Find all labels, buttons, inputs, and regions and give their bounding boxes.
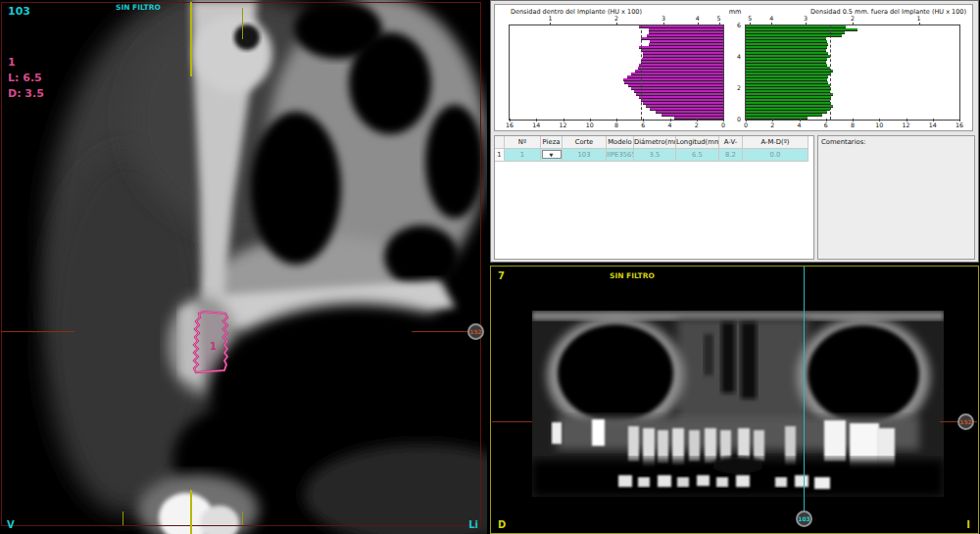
chart-inside-plot [509, 24, 724, 121]
density-bar [746, 70, 833, 72]
density-bar [746, 96, 831, 98]
density-bar [641, 37, 723, 39]
density-bar [643, 102, 723, 104]
implant-table-body: 11▼103IIPE35653.56.58.20.0 [495, 149, 813, 162]
sagittal-vertical-crosshair-bottom[interactable] [190, 490, 192, 534]
density-bar [746, 28, 858, 30]
density-bar [628, 84, 723, 86]
sagittal-horizontal-crosshair-left[interactable] [1, 331, 74, 332]
density-bar [746, 75, 828, 77]
density-bar [746, 61, 826, 63]
table-cell[interactable]: 8.2 [719, 149, 743, 162]
density-bar [639, 46, 723, 48]
sagittal-vertical-crosshair-top[interactable] [190, 2, 192, 76]
panoramic-orientation-right: I [966, 519, 970, 530]
table-cell[interactable]: 0.0 [743, 149, 808, 162]
density-bar [662, 114, 723, 116]
density-bar [746, 46, 827, 48]
table-cell[interactable]: 6.5 [676, 149, 719, 162]
density-bar [746, 105, 833, 107]
density-bar [650, 40, 723, 42]
density-bar [746, 52, 828, 54]
sagittal-filter-label: SIN FILTRO [116, 3, 161, 12]
table-cell[interactable]: IIPE3565 [607, 149, 634, 162]
panoramic-slice-view[interactable]: 152 103 7 SIN FILTRO D I [490, 266, 979, 534]
panoramic-vertical-crosshair[interactable] [804, 267, 805, 519]
density-bar [746, 78, 827, 80]
density-bar [746, 37, 826, 39]
sagittal-slice-number: 103 [8, 5, 30, 18]
density-bar [639, 64, 723, 66]
table-cell[interactable]: 3.5 [634, 149, 676, 162]
sagittal-tick-bottom-right [242, 511, 243, 525]
density-bar [746, 64, 827, 66]
density-bar [746, 55, 830, 57]
ct-panoramic-image [532, 311, 944, 497]
panoramic-horizontal-handle[interactable]: 152 [957, 413, 974, 430]
panoramic-vertical-handle-label: 103 [798, 515, 810, 522]
density-bar [746, 117, 808, 119]
panoramic-horizontal-crosshair-left[interactable] [492, 421, 532, 422]
sagittal-crosshair-handle-label: 152 [469, 328, 482, 335]
density-bar [746, 40, 827, 42]
density-bar [746, 43, 828, 45]
density-bar [639, 96, 723, 98]
sagittal-orientation-right: Li [468, 519, 478, 530]
table-header: Nº Implante [505, 136, 541, 149]
density-bar [646, 105, 723, 107]
density-panel: Densidad dentro del Implante (HU x 100) … [490, 0, 979, 263]
sagittal-implant-length: L: 6.5 [8, 72, 42, 84]
table-row[interactable]: 11▼103IIPE35653.56.58.20.0 [495, 149, 813, 162]
chart-outside-plot [745, 24, 960, 121]
table-header: A-V-L(º) [719, 136, 743, 149]
density-bar [746, 99, 830, 101]
panoramic-vertical-handle[interactable]: 103 [796, 510, 812, 527]
chart-inside-top-axis: 12345 [510, 15, 723, 24]
table-header: Longitud(mm) [676, 136, 719, 149]
density-bar [649, 28, 723, 30]
density-bar [634, 90, 723, 92]
density-bar [746, 111, 827, 113]
table-cell[interactable]: 103 [563, 149, 607, 162]
density-bar [746, 108, 830, 110]
density-bar [641, 99, 723, 101]
density-bar [674, 117, 723, 119]
density-bar [746, 90, 830, 92]
density-bar [746, 93, 833, 95]
density-bar [746, 25, 846, 27]
density-charts: Densidad dentro del Implante (HU x 100) … [494, 4, 973, 131]
y-axis-ticks: 6420 [728, 24, 743, 119]
density-bar [623, 78, 723, 80]
sagittal-tick-bottom-left [122, 511, 123, 525]
pieza-dropdown[interactable]: ▼ [542, 150, 562, 159]
panoramic-orientation-left: D [498, 519, 506, 530]
chart-inside-bottom-axis: 1614121086420 [510, 121, 723, 130]
density-bar [642, 58, 723, 60]
panoramic-filter-label: SIN FILTRO [610, 271, 655, 280]
sagittal-crosshair-handle[interactable]: 152 [467, 323, 484, 340]
sagittal-slice-view[interactable]: 1 152 103 SIN FILTRO 1 L: 6.5 D: 3.5 V L… [0, 0, 487, 534]
density-bar [641, 61, 723, 63]
sagittal-orientation-left: V [7, 519, 15, 530]
sagittal-tick-top [242, 8, 243, 39]
table-cell[interactable]: 1 [505, 149, 541, 162]
density-bar [649, 43, 723, 45]
density-bar [635, 70, 723, 72]
sagittal-implant-diameter: D: 3.5 [8, 87, 44, 100]
implant-table: Nº ImplantePiezaCorte SeccionalModeloDiá… [494, 135, 814, 260]
density-bar [647, 34, 723, 36]
comments-value[interactable] [821, 148, 971, 256]
density-bar [631, 73, 723, 74]
sagittal-implant-number: 1 [8, 56, 16, 69]
panoramic-horizontal-handle-label: 152 [959, 418, 972, 425]
row-number-cell[interactable]: 1 [495, 149, 505, 162]
density-bar [643, 52, 723, 54]
implant-planning-app: 1 152 103 SIN FILTRO 1 L: 6.5 D: 3.5 V L… [0, 0, 980, 534]
density-bar [746, 34, 842, 36]
density-bar [746, 73, 831, 74]
comments-panel[interactable]: Comentarios: [817, 135, 975, 260]
density-bar [746, 81, 828, 83]
density-bar [631, 87, 723, 89]
sagittal-view-border [1, 2, 481, 526]
table-cell[interactable]: ▼ [541, 149, 563, 162]
